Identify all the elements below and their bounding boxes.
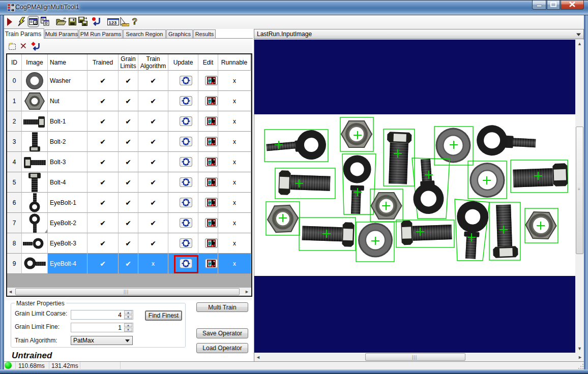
svg-text:?: ? [132, 17, 137, 26]
svg-text:123: 123 [109, 20, 117, 25]
